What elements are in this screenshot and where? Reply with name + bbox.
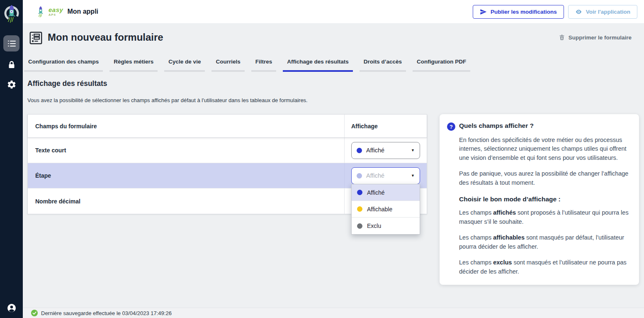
sidebar-item-settings[interactable] [3, 76, 19, 93]
view-application-button[interactable]: Voir l'application [568, 5, 637, 19]
page-head: Mon nouveau formulaire Supprimer le form… [23, 24, 644, 51]
lock-icon [7, 60, 17, 70]
help-title: Quels champs afficher ? [459, 122, 534, 130]
eye-icon [575, 8, 582, 15]
menu-item-exclu[interactable]: Exclu [352, 218, 420, 234]
app-name: Mon appli [67, 8, 98, 15]
tab-affichage-des-resultats[interactable]: Affichage des résultats [283, 59, 353, 72]
status-dot-yellow [357, 206, 362, 212]
menu-item-affiche[interactable]: Affiché [352, 184, 420, 201]
delete-form-button[interactable]: Supprimer le formulaire [559, 34, 632, 41]
numbered-list-icon [7, 39, 17, 49]
field-label: Texte court [28, 138, 344, 163]
display-select-etape[interactable]: Affiché ▼ [351, 167, 420, 184]
tab-configuration-pdf[interactable]: Configuration PDF [413, 59, 470, 72]
column-header-fields: Champs du formulaire [28, 115, 344, 137]
help-panel: ? Quels champs afficher ? En fonction de… [440, 114, 639, 285]
chevron-down-icon: ▼ [411, 148, 415, 152]
menu-item-affichable[interactable]: Affichable [352, 201, 420, 218]
table-row: Texte court Affiché ▼ [28, 138, 427, 163]
topbar: easy AP4 Mon appli Publier les modificat… [23, 0, 644, 24]
brand-rocket-icon [35, 5, 46, 18]
status-dot [357, 148, 362, 153]
publish-button[interactable]: Publier les modifications [473, 5, 564, 19]
column-header-display: Affichage [344, 115, 427, 137]
page-title: Mon nouveau formulaire [48, 32, 163, 43]
display-select-texte-court[interactable]: Affiché ▼ [351, 142, 420, 159]
status-bar: Dernière sauvegarde effectuée le 03/04/2… [23, 308, 644, 318]
sidebar [0, 0, 23, 318]
tab-regles-metiers[interactable]: Règles métiers [109, 59, 158, 72]
form-icon [29, 31, 43, 45]
sidebar-item-forms[interactable] [3, 35, 19, 51]
brand-wordmark: easy AP4 [49, 7, 63, 17]
help-paragraph-1: En fonction des spécificités de votre mé… [459, 136, 630, 162]
last-save-status: Dernière sauvegarde effectuée le 03/04/2… [41, 310, 172, 316]
gear-icon [7, 80, 17, 90]
send-icon [480, 8, 487, 15]
section-heading: Affichage des résultats [27, 79, 107, 88]
status-dot-blue [357, 190, 362, 195]
sidebar-item-account[interactable] [3, 300, 19, 316]
tab-droits-dacces[interactable]: Droits d’accès [360, 59, 406, 72]
help-mode-affichables: Les champs affichables sont masqués par … [459, 233, 630, 251]
help-mode-affiches: Les champs affichés sont proposés à l’ut… [459, 208, 630, 226]
rocket-logo-icon [3, 3, 20, 24]
tab-cycle-de-vie[interactable]: Cycle de vie [164, 59, 205, 72]
check-circle-icon [31, 310, 38, 316]
status-dot [357, 173, 362, 179]
tab-courriels[interactable]: Courriels [211, 59, 244, 72]
tab-configuration-des-champs[interactable]: Configuration des champs [24, 59, 103, 72]
chevron-down-icon: ▼ [411, 174, 415, 178]
help-mode-exclus: Les champs exclus sont masqués et l’util… [459, 258, 630, 276]
help-paragraph-2: Pas de panique, vous aurez la possibilit… [459, 169, 630, 187]
display-options-menu: Affiché Affichable Exclu [351, 184, 420, 235]
trash-icon [559, 34, 565, 41]
user-avatar-icon [7, 303, 17, 313]
question-circle-icon: ? [447, 122, 455, 131]
table-header-row: Champs du formulaire Affichage [28, 115, 427, 138]
tab-filtres[interactable]: Filtres [251, 59, 277, 72]
status-dot-gray [357, 223, 362, 229]
field-label: Étape [28, 163, 344, 188]
section-description: Vous avez la possibilité de sélectionner… [27, 97, 308, 103]
field-label: Nombre décimal [28, 188, 344, 214]
sidebar-item-security[interactable] [3, 56, 19, 73]
tab-bar: Configuration des champs Règles métiers … [24, 59, 470, 72]
app-brand: easy AP4 Mon appli [35, 5, 98, 18]
help-subheading: Choisir le bon mode d’affichage : [459, 196, 630, 203]
